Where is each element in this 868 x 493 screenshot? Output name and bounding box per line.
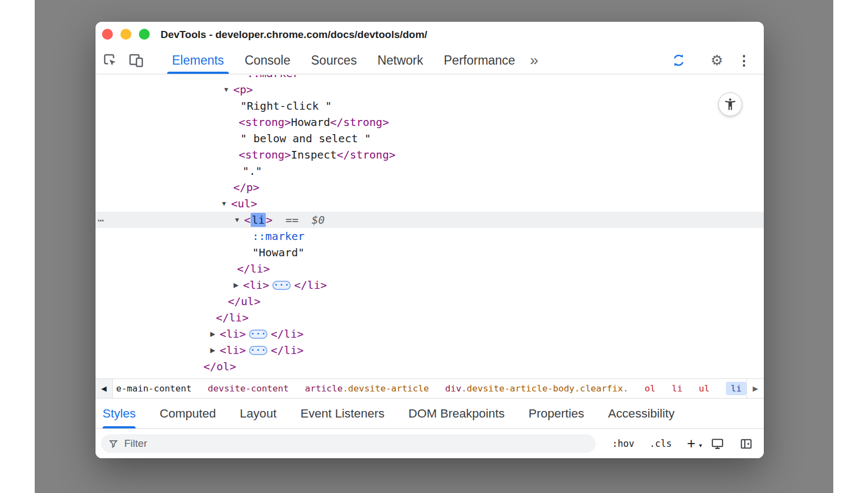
token-text: " below and select " (240, 132, 371, 145)
dom-tree: ::marker▼<p>"Right-click "<strong>Howard… (95, 75, 764, 375)
dom-tree-row[interactable]: "Howard" (95, 244, 764, 261)
filter-input[interactable] (124, 438, 588, 450)
main-toolbar: ElementsConsoleSourcesNetworkPerformance… (95, 47, 764, 74)
token-tag: </strong> (337, 148, 395, 161)
sidebar-tab-event-listeners[interactable]: Event Listeners (301, 399, 385, 428)
collapsed-children-ellipsis-button[interactable]: ··· (272, 281, 291, 290)
sidebar-tab-accessibility[interactable]: Accessibility (608, 399, 675, 428)
collapsed-children-ellipsis-button[interactable]: ··· (249, 346, 267, 355)
crumb-token: li (731, 383, 742, 394)
tab-performance[interactable]: Performance (433, 47, 526, 74)
breadcrumb-item[interactable]: li (672, 383, 682, 394)
breadcrumb-item[interactable]: devsite-content (208, 383, 289, 394)
dom-tree-row[interactable]: </li> (95, 261, 764, 277)
twisty-down-icon[interactable]: ▼ (232, 212, 242, 228)
toggle-sidebar-icon[interactable] (739, 437, 753, 451)
token-tag: <strong> (239, 148, 291, 161)
settings-gear-icon[interactable]: ⚙ (711, 52, 723, 69)
kebab-menu-icon[interactable]: ⋮ (737, 53, 751, 68)
token-tag: ::marker (247, 75, 299, 80)
dom-tree-row[interactable]: " below and select " (95, 130, 764, 147)
dom-tree-row[interactable]: ▶<li>···</li> (95, 277, 764, 293)
twisty-right-icon[interactable]: ▶ (208, 342, 218, 358)
dom-row-clipped-marker[interactable]: ::marker (95, 75, 764, 81)
twisty-down-icon[interactable]: ▼ (219, 195, 229, 212)
tab-network[interactable]: Network (367, 47, 433, 74)
token-tag: <strong> (239, 116, 291, 129)
breadcrumb-bar: ◀ e-main-contentdevsite-contentarticle.d… (95, 378, 764, 398)
new-style-rule-button[interactable]: +▾ (687, 437, 695, 451)
sidebar-tab-styles[interactable]: Styles (103, 399, 136, 428)
dom-tree-row[interactable]: "." (95, 163, 764, 179)
crumb-token: .devsite-article (343, 383, 429, 394)
more-actions-icon[interactable]: ⋯ (98, 212, 104, 228)
sidebar-tab-strip: StylesComputedLayoutEvent ListenersDOM B… (95, 398, 764, 429)
more-panels-icon[interactable]: » (530, 47, 539, 73)
breadcrumb-scroll-left-icon[interactable]: ◀ (95, 379, 113, 398)
dom-tree-row[interactable]: </ul> (95, 293, 764, 309)
sidebar-tab-dom-breakpoints[interactable]: DOM Breakpoints (409, 399, 505, 428)
breadcrumb-item[interactable]: ol (644, 383, 655, 394)
inspect-element-icon[interactable] (102, 52, 118, 68)
crumb-token: devsite-content (208, 383, 289, 394)
collapsed-children-ellipsis-button[interactable]: ··· (249, 330, 267, 339)
sidebar-tab-computed[interactable]: Computed (159, 399, 216, 428)
dom-tree-row[interactable]: <strong>Howard</strong> (95, 114, 764, 130)
token-tag: <li> (220, 344, 246, 357)
token-tag: </strong> (330, 116, 389, 129)
devtools-window: DevTools - developer.chrome.com/docs/dev… (95, 22, 764, 458)
sync-arrows-icon (671, 53, 686, 68)
dom-tree-row[interactable]: ▼<ul> (95, 195, 764, 212)
token-tag: < (244, 213, 251, 226)
tab-elements[interactable]: Elements (162, 47, 234, 74)
breadcrumb-item[interactable]: div.devsite-article-body.clearfix. (445, 383, 629, 394)
crumb-token: e-main-content (116, 383, 192, 394)
token-tag: <li> (243, 279, 269, 292)
dom-tree-row[interactable]: "Right-click " (95, 98, 764, 114)
token-tag: <p> (233, 83, 253, 96)
dom-tree-row[interactable]: </ol> (95, 358, 764, 375)
tab-sources[interactable]: Sources (301, 47, 367, 74)
rendering-monitor-icon[interactable] (711, 437, 724, 451)
twisty-right-icon[interactable]: ▶ (231, 277, 241, 293)
dom-tree-row[interactable]: ▶<li>···</li> (95, 326, 764, 342)
twisty-right-icon[interactable]: ▶ (208, 326, 218, 342)
tab-console[interactable]: Console (234, 47, 301, 74)
dom-tree-row[interactable]: </p> (95, 179, 764, 195)
dom-tree-row[interactable]: </li> (95, 309, 764, 326)
plus-icon: + (687, 435, 695, 452)
breadcrumb-item[interactable]: li (726, 382, 746, 395)
breadcrumb-item[interactable]: article.devsite-article (305, 383, 429, 394)
sync-icon[interactable] (671, 52, 687, 68)
accessibility-person-icon[interactable] (718, 92, 742, 116)
token-tag: <ul> (231, 197, 257, 210)
minimize-button[interactable] (120, 29, 131, 40)
breadcrumb-item[interactable]: e-main-content (116, 383, 192, 394)
filter-funnel-icon (108, 439, 119, 449)
toggle-element-state-button[interactable]: :hov (612, 438, 634, 449)
token-tag: > (266, 213, 272, 226)
zoom-button[interactable] (139, 29, 150, 40)
token-eq: == (285, 213, 298, 226)
inspect-icon (102, 52, 118, 68)
sidebar-tab-properties[interactable]: Properties (528, 399, 584, 428)
device-toolbar-icon[interactable] (128, 52, 144, 68)
dom-tree-row[interactable]: ▶<li>···</li> (95, 342, 764, 358)
dom-tree-row[interactable]: ⋯▼<li> == $0 (95, 212, 764, 228)
dom-tree-row[interactable]: ::marker (95, 228, 764, 244)
crumb-token: article (305, 383, 343, 394)
twisty-down-icon[interactable]: ▼ (221, 81, 231, 98)
toolbar-right-controls: ⚙ ⋮ (671, 52, 764, 69)
titlebar: DevTools - developer.chrome.com/docs/dev… (95, 22, 764, 47)
breadcrumb-scroll-right-icon[interactable]: ▶ (746, 379, 764, 398)
element-classes-button[interactable]: .cls (649, 438, 672, 449)
dom-tree-row[interactable]: ▼<p> (95, 81, 764, 98)
token-dollar: $0 (311, 213, 324, 226)
styles-toolbar-controls: :hov .cls +▾ (612, 437, 753, 451)
dom-tree-row[interactable]: <strong>Inspect</strong> (95, 147, 764, 163)
close-button[interactable] (102, 29, 113, 40)
breadcrumb-item[interactable]: ul (699, 383, 710, 394)
token-tag: </p> (233, 181, 259, 194)
token-text: "." (242, 165, 262, 178)
sidebar-tab-layout[interactable]: Layout (240, 399, 277, 428)
